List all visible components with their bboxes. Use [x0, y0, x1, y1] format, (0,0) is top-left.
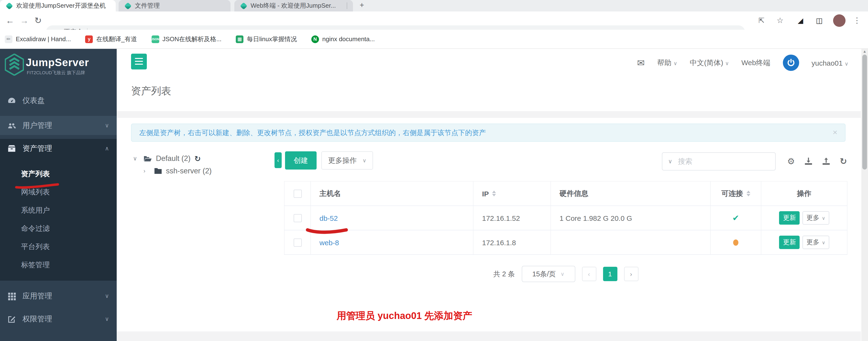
chevron-down-icon: ∨	[560, 271, 564, 277]
profile-avatar[interactable]	[833, 15, 845, 27]
column-ip[interactable]: IP	[473, 181, 551, 205]
chevron-down-icon: ∨	[822, 240, 826, 245]
extension-pin-icon[interactable]: ◢	[798, 11, 803, 30]
asset-link[interactable]: db-52	[319, 214, 338, 222]
refresh-icon[interactable]: ↻	[840, 156, 847, 167]
browser-tab-1[interactable]: 欢迎使用JumpServer开源堡垒机	[0, 0, 116, 11]
back-icon[interactable]: ←	[6, 11, 14, 30]
connectable-warning-dot	[733, 239, 738, 246]
power-logo-icon	[786, 58, 796, 67]
sidebar-assets-section: 资产管理 ∧ 资产列表 网域列表 系统用户 命令过滤 平台列表 标签管理	[0, 139, 117, 281]
sidebar-subitem-command-filters[interactable]: 命令过滤	[0, 219, 117, 237]
chevron-down-icon: ∨	[105, 316, 109, 322]
prev-page-button[interactable]: ‹	[582, 267, 596, 281]
red-text-annotation: 用管理员 yuchao01 先添加资产	[337, 309, 472, 322]
current-page-button[interactable]: 1	[603, 267, 617, 281]
column-connectable[interactable]: 可连接	[711, 181, 761, 205]
chevron-down-icon[interactable]: ∨	[133, 155, 140, 162]
tree-node-default[interactable]: ∨ Default (2) ↻	[133, 152, 212, 165]
browser-address-bar: ← → ↻ ▲! 不安全 10.0.0.61/ui/#/assets/asset…	[0, 11, 868, 30]
section-divider	[117, 111, 861, 118]
sidebar-item-users[interactable]: 用户管理 ∨	[0, 116, 117, 135]
sidebar-subitem-domain-list[interactable]: 网域列表	[0, 183, 117, 201]
total-count: 共 2 条	[493, 269, 515, 279]
row-checkbox[interactable]	[293, 238, 302, 247]
bookmark-youdao[interactable]: y 在线翻译_有道	[85, 35, 137, 44]
browser-menu-icon[interactable]: ⋮	[853, 11, 861, 30]
refresh-icon[interactable]: ↻	[194, 154, 201, 163]
update-button[interactable]: 更新	[779, 211, 800, 225]
bookmark-excalidraw[interactable]: ✏ Excalidraw | Hand...	[5, 35, 71, 43]
sidebar-item-assets[interactable]: 资产管理 ∧	[0, 139, 117, 158]
web-terminal-link[interactable]: Web终端	[742, 58, 770, 67]
language-menu[interactable]: 中文(简体)∨	[690, 58, 729, 67]
sidebar-item-applications[interactable]: 应用管理 ∨	[0, 286, 117, 306]
bookmark-json[interactable]: JSON JSON在线解析及格...	[151, 35, 221, 44]
bookmark-linux-sheet[interactable]: ▦ 每日linux掌握情况	[236, 35, 297, 44]
youdao-icon: y	[85, 35, 93, 43]
close-icon[interactable]: ×	[833, 128, 837, 138]
header-right-menu: ✉ 帮助∨ 中文(简体)∨ Web终端 yuchao01∨	[637, 49, 849, 77]
mail-icon[interactable]: ✉	[637, 57, 645, 68]
user-avatar[interactable]	[783, 55, 799, 71]
screenshot-root: 欢迎使用JumpServer开源堡垒机 文件管理 Web终端 - 欢迎使用Jum…	[0, 0, 868, 341]
asset-hardware	[551, 230, 711, 254]
sidebar-item-permissions[interactable]: 权限管理 ∨	[0, 309, 117, 329]
bookmark-nginx[interactable]: N nginx documenta...	[311, 35, 375, 43]
scroll-up-arrow-icon[interactable]: ▲	[863, 49, 867, 54]
column-hardware[interactable]: 硬件信息	[551, 181, 711, 205]
info-alert: 左侧是资产树，右击可以新建、删除、更改树节点，授权资产也是以节点方式组织的，右侧…	[131, 123, 845, 142]
sidebar-subitem-label-management[interactable]: 标签管理	[0, 256, 117, 274]
side-panel-icon[interactable]: ◫	[816, 11, 823, 30]
row-more-button[interactable]: 更多∨	[803, 211, 829, 225]
share-icon[interactable]: ⇱	[758, 11, 765, 30]
row-checkbox[interactable]	[293, 214, 302, 222]
sidebar-toggle-button[interactable]	[131, 54, 147, 69]
search-input[interactable]: ∨ 搜索	[662, 152, 776, 171]
column-hostname[interactable]: 主机名	[311, 181, 473, 205]
chevron-up-icon: ∧	[105, 145, 109, 152]
import-upload-icon[interactable]	[822, 157, 830, 165]
create-button[interactable]: 创建	[285, 151, 317, 170]
spreadsheet-icon: ▦	[236, 35, 243, 43]
dashboard-icon	[8, 96, 16, 105]
tree-node-ssh-server[interactable]: › ssh-server (2)	[133, 165, 212, 177]
chevron-down-icon: ∨	[822, 215, 826, 221]
sort-icon[interactable]	[746, 191, 750, 196]
next-page-button[interactable]: ›	[624, 267, 638, 281]
new-tab-button[interactable]: +	[360, 1, 364, 9]
search-field-dropdown-icon[interactable]: ∨	[668, 158, 673, 165]
bookmark-star-icon[interactable]: ☆	[777, 11, 783, 30]
settings-gear-icon[interactable]: ⚙	[787, 156, 795, 167]
edit-icon	[8, 315, 16, 323]
tree-collapse-handle[interactable]: ‹	[275, 152, 282, 168]
asset-link[interactable]: web-8	[319, 238, 339, 247]
row-more-button[interactable]: 更多∨	[803, 236, 829, 249]
select-all-checkbox[interactable]	[293, 190, 302, 198]
jumpserver-logo[interactable]: JumpServer FIT2CLOUD飞致云 旗下品牌	[0, 49, 117, 81]
sidebar-subitem-platform-list[interactable]: 平台列表	[0, 237, 117, 256]
page-bottom-background	[117, 332, 861, 341]
more-actions-button[interactable]: 更多操作 ∨	[321, 151, 373, 170]
help-menu[interactable]: 帮助∨	[657, 58, 677, 67]
json-icon: JSON	[151, 35, 159, 43]
sidebar-subitem-system-users[interactable]: 系统用户	[0, 201, 117, 219]
page-size-select[interactable]: 15条/页 ∨	[522, 266, 575, 282]
reload-icon[interactable]: ↻	[34, 11, 41, 30]
scrollbar-thumb[interactable]	[862, 55, 867, 170]
table-row: db-52 172.16.1.52 1 Core 1.982 G 20.0 G …	[284, 206, 847, 230]
browser-tab-2[interactable]: 文件管理	[119, 0, 230, 11]
sidebar-item-dashboard[interactable]: 仪表盘	[0, 91, 117, 110]
browser-tab-3[interactable]: Web终端 - 欢迎使用JumpSer...	[234, 0, 353, 11]
folder-open-icon	[144, 155, 152, 162]
sidebar: JumpServer FIT2CLOUD飞致云 旗下品牌 仪表盘 用户管理 ∨	[0, 49, 117, 341]
update-button[interactable]: 更新	[779, 236, 800, 249]
forward-icon[interactable]: →	[20, 11, 29, 30]
sort-icon[interactable]	[492, 191, 496, 196]
user-menu[interactable]: yuchao01∨	[812, 59, 848, 67]
chevron-right-icon[interactable]: ›	[144, 168, 150, 174]
export-download-icon[interactable]	[804, 157, 812, 165]
sidebar-subitem-asset-list[interactable]: 资产列表	[0, 165, 117, 183]
asset-tree: ∨ Default (2) ↻ › ssh-server (2)	[133, 152, 212, 177]
vertical-scrollbar[interactable]: ▲	[861, 49, 868, 341]
